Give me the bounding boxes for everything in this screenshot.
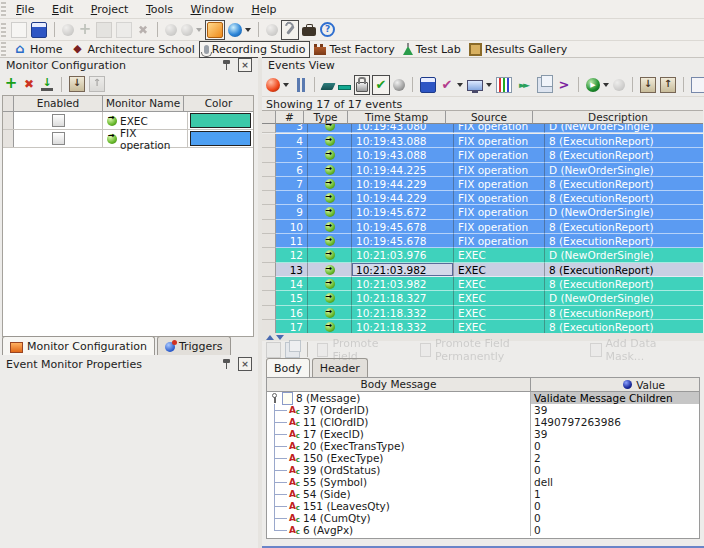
tree-field-row[interactable]: 39 (OrdStatus) 0 [267, 464, 699, 476]
tab-triggers[interactable]: Triggers [157, 336, 231, 355]
column-header-timestamp[interactable]: Time Stamp [348, 111, 446, 124]
close-icon[interactable]: × [238, 58, 252, 72]
tree-field-row[interactable]: 6 (AvgPx) 0 [267, 524, 699, 536]
column-header-type[interactable]: Type [304, 111, 348, 124]
tab-monitor-configuration[interactable]: Monitor Configuration [2, 336, 155, 355]
splitter-down-icon[interactable] [276, 335, 284, 340]
export-events-icon[interactable]: ↑ [659, 76, 677, 94]
menu-item[interactable]: Tools [139, 2, 180, 17]
field-value[interactable]: 39 [530, 404, 699, 416]
add-data-mask-button[interactable]: Add Data Mask... [589, 341, 703, 359]
pause-icon[interactable] [292, 76, 308, 94]
event-row[interactable]: 10 10:19:45.678 FIX operation 8 (Executi… [262, 220, 703, 234]
add-monitor-icon[interactable]: + [3, 75, 19, 93]
event-row[interactable]: 12 10:21:03.976 EXEC D (NewOrderSingle) [262, 248, 703, 262]
column-header-source[interactable]: Source [446, 111, 533, 124]
copy-icon[interactable] [266, 342, 281, 358]
tab-test-factory[interactable]: Test Factory [310, 42, 398, 57]
dropdown-arrow-icon[interactable] [245, 28, 251, 32]
tree-field-row[interactable]: 14 (CumQty) 0 [267, 512, 699, 524]
separator[interactable] [679, 76, 688, 94]
field-value[interactable]: 2 [530, 452, 699, 464]
event-row[interactable]: 14 10:21:03.982 EXEC 8 (ExecutionReport) [262, 277, 703, 291]
promote-field-button[interactable]: Promote Field [316, 341, 412, 359]
promote-field-permanently-button[interactable]: Promote Field Permanently [419, 341, 584, 359]
lock-icon[interactable] [354, 75, 370, 95]
launch-pad-icon[interactable] [205, 20, 225, 40]
record-icon[interactable] [265, 76, 290, 94]
workspace-briefcase-icon[interactable] [301, 21, 317, 39]
stop-icon[interactable] [612, 76, 626, 94]
field-value[interactable]: dell [530, 476, 699, 488]
field-value[interactable]: 39 [530, 428, 699, 440]
tab-home[interactable]: ⌂ Home [9, 42, 66, 57]
clear-icon[interactable] [392, 76, 406, 94]
tab-test-lab[interactable]: Test Lab [399, 42, 465, 57]
enabled-checkbox[interactable] [52, 132, 65, 145]
tree-field-row[interactable]: 55 (Symbol) dell [267, 476, 699, 488]
column-header-color[interactable]: Color [184, 96, 253, 111]
column-header-enabled[interactable]: Enabled [14, 96, 103, 111]
refresh-icon[interactable]: ►► [515, 76, 534, 94]
erase-events-icon[interactable] [321, 76, 335, 94]
event-row[interactable]: 6 10:19:44.225 FIX operation D (NewOrder… [262, 163, 703, 177]
copy-icon[interactable] [115, 21, 133, 39]
display-icon[interactable] [466, 76, 493, 94]
expand-toggle-icon[interactable] [269, 393, 279, 403]
tab-recording-studio[interactable]: Recording Studio [199, 41, 311, 58]
tree-field-row[interactable]: 11 (ClOrdID) 1490797263986 [267, 416, 699, 428]
event-row[interactable]: 11 10:19:45.678 FIX operation 8 (Executi… [262, 234, 703, 248]
import-monitor-icon[interactable]: ↓ [39, 75, 55, 93]
copy-all-icon[interactable] [285, 342, 300, 358]
tree-field-row[interactable]: 54 (Side) 1 [267, 488, 699, 500]
tree-node-value[interactable]: Validate Message Children [530, 392, 699, 404]
save-icon[interactable] [30, 21, 48, 39]
new-icon[interactable] [10, 21, 28, 39]
field-value[interactable]: 0 [530, 524, 699, 536]
splitter-up-icon[interactable] [266, 335, 274, 340]
menu-item[interactable]: Help [244, 2, 283, 17]
dropdown-arrow-icon[interactable] [603, 83, 609, 87]
save-events-icon[interactable] [419, 76, 437, 94]
dropdown-arrow-icon[interactable] [283, 83, 289, 87]
browser-icon[interactable] [227, 21, 252, 39]
field-value[interactable]: 0 [530, 512, 699, 524]
partial-event-row[interactable]: 3 10:19:43.080 FIX operation D (NewOrder… [262, 124, 703, 134]
field-value[interactable]: 0 [530, 440, 699, 452]
copy-events-icon[interactable] [536, 76, 554, 94]
report-icon[interactable] [690, 76, 704, 94]
event-row[interactable]: 15 10:21:18.327 EXEC D (NewOrderSingle) [262, 291, 703, 305]
monitor-row[interactable]: FIX operation [3, 130, 253, 148]
search-icon[interactable] [61, 21, 75, 39]
menu-item[interactable]: Edit [45, 2, 80, 17]
event-row[interactable]: 4 10:19:43.088 FIX operation 8 (Executio… [262, 134, 703, 148]
tree-field-row[interactable]: 150 (ExecType) 2 [267, 452, 699, 464]
validate-check-icon[interactable]: ✔ [372, 75, 390, 95]
back-icon[interactable] [164, 21, 178, 39]
color-swatch[interactable] [190, 113, 251, 128]
separator[interactable] [50, 21, 59, 39]
menu-item[interactable]: Window [184, 2, 241, 17]
drag-grip[interactable] [1, 23, 6, 37]
column-header-body-message[interactable]: Body Message [267, 378, 531, 391]
dropdown-arrow-icon[interactable] [457, 83, 463, 87]
pin-icon[interactable] [222, 358, 232, 370]
tree-field-row[interactable]: 151 (LeavesQty) 0 [267, 500, 699, 512]
column-header-value[interactable]: Value [531, 378, 699, 391]
remove-event-icon[interactable] [337, 76, 352, 94]
color-swatch[interactable] [190, 131, 251, 146]
step-icon[interactable]: > [556, 76, 572, 94]
separator[interactable] [310, 76, 319, 94]
run-icon[interactable] [265, 21, 279, 39]
play-icon[interactable]: ▶ [585, 76, 610, 94]
enabled-checkbox[interactable] [52, 114, 65, 127]
field-value[interactable]: 1490797263986 [530, 416, 699, 428]
delete-icon[interactable]: ✖ [135, 21, 151, 39]
chart-icon[interactable] [495, 76, 513, 94]
pin-icon[interactable] [222, 59, 232, 71]
paste-icon[interactable] [95, 21, 113, 39]
event-row[interactable]: 9 10:19:45.672 FIX operation D (NewOrder… [262, 205, 703, 219]
save-monitors-icon[interactable]: ↑ [88, 75, 106, 93]
drag-grip[interactable] [1, 2, 6, 16]
field-value[interactable]: 1 [530, 488, 699, 500]
